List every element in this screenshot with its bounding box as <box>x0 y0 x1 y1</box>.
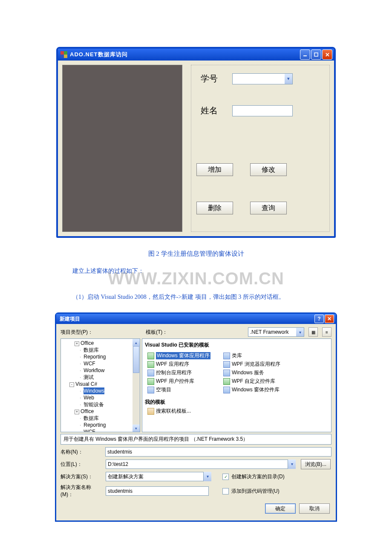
search-online-templates[interactable]: 搜索联机模板... <box>145 408 329 415</box>
template-item[interactable]: Windows 服务 <box>223 369 280 376</box>
delete-button[interactable]: 删除 <box>196 202 233 214</box>
template-description: 用于创建具有 Windows 窗体用户界面的应用程序的项目 （.NET Fram… <box>61 434 331 445</box>
template-item[interactable]: WPF 应用程序 <box>147 361 210 368</box>
maximize-button[interactable] <box>311 49 321 60</box>
modify-button[interactable]: 修改 <box>250 163 287 176</box>
ok-button[interactable]: 确定 <box>265 503 296 514</box>
solution-combo[interactable]: 创建新解决方案 ▾ <box>106 472 211 481</box>
cancel-button[interactable]: 取消 <box>299 503 330 514</box>
solution-name-label: 解决方案名称(M)： <box>61 484 103 498</box>
project-types-label: 项目类型(P)： <box>61 329 141 336</box>
browse-button[interactable]: 浏览(B)... <box>301 459 331 469</box>
student-id-combo[interactable]: ▾ <box>232 73 293 84</box>
form-canvas-panel <box>62 65 182 232</box>
location-field-label: 位置(L)： <box>61 461 103 468</box>
template-item[interactable]: 类库 <box>223 352 280 359</box>
tree-item[interactable]: · Windows <box>62 387 139 394</box>
tree-item[interactable]: · Reporting <box>62 422 139 428</box>
name-field-label: 名称(N)： <box>61 448 103 456</box>
tree-item[interactable]: · 数据库 <box>62 415 139 422</box>
watermark: WWW.ZIXIN.COM.CN <box>0 269 392 288</box>
template-item[interactable]: WPF 浏览器应用程序 <box>223 361 280 368</box>
add-scm-checkbox[interactable] <box>222 488 229 494</box>
form-fields-panel: 学号 ▾ 姓名 增加 修改 删除 <box>191 65 330 232</box>
template-icon <box>223 378 230 385</box>
solution-field-label: 解决方案(S)： <box>61 473 103 480</box>
template-item[interactable]: WPF 自定义控件库 <box>223 378 280 385</box>
chevron-down-icon[interactable]: ▾ <box>203 472 211 481</box>
tree-item[interactable]: +Office <box>62 340 139 347</box>
tree-item[interactable]: · 智能设备 <box>62 401 139 408</box>
svg-rect-1 <box>314 53 318 56</box>
close-button[interactable]: ✕ <box>325 315 334 323</box>
chevron-down-icon[interactable]: ▾ <box>285 74 292 84</box>
tree-item[interactable]: · 数据库 <box>62 347 139 353</box>
scrollbar[interactable]: ▴ ▾ <box>133 339 140 432</box>
help-button[interactable]: ? <box>314 315 324 323</box>
template-icon <box>147 353 154 359</box>
template-icon <box>147 361 154 368</box>
template-icon <box>147 378 154 385</box>
large-icons-button[interactable]: ▦ <box>308 327 318 337</box>
location-combo[interactable]: D:\test12 ▾ <box>106 460 296 469</box>
name-label: 姓名 <box>196 105 222 116</box>
installed-templates-header: Visual Studio 已安装的模板 <box>145 341 329 350</box>
figure-caption: 图 2 学生注册信息管理的窗体设计 <box>0 250 392 258</box>
ado-form-window: ADO.NET数据库访问 ✕ 学号 ▾ <box>56 47 336 238</box>
name-input[interactable]: studentmis <box>105 447 331 457</box>
scroll-down-icon[interactable]: ▾ <box>133 425 140 432</box>
tree-item[interactable]: · WCF <box>62 360 139 367</box>
templates-pane[interactable]: Visual Studio 已安装的模板 Windows 窗体应用程序WPF 应… <box>142 338 331 432</box>
svg-rect-0 <box>303 55 307 56</box>
minimize-button[interactable] <box>300 49 310 60</box>
template-icon <box>223 361 230 368</box>
tree-item[interactable]: · 测试 <box>62 374 139 381</box>
scroll-up-icon[interactable]: ▴ <box>133 339 140 346</box>
paragraph-step1: （1）启动 Visual Studio 2008，然后文件->新建 项目，弹出如… <box>72 294 285 300</box>
tree-item[interactable]: · Reporting <box>62 353 139 360</box>
template-icon <box>223 353 230 359</box>
app-icon <box>61 51 67 58</box>
dialog-title: 新建项目 <box>60 315 314 323</box>
template-item[interactable]: WPF 用户控件库 <box>147 378 210 385</box>
new-project-dialog: 新建项目 ? ✕ 项目类型(P)： 模板(T)： .NET Framework … <box>55 312 337 522</box>
small-icons-button[interactable]: ≡ <box>322 327 331 337</box>
add-scm-label: 添加到源代码管理(U) <box>231 488 280 495</box>
template-item[interactable]: Windows 窗体控件库 <box>223 386 280 393</box>
name-input[interactable] <box>232 105 293 116</box>
tree-item[interactable]: · WCF <box>62 428 139 432</box>
template-icon <box>147 387 154 393</box>
chevron-down-icon[interactable]: ▾ <box>296 328 304 336</box>
template-icon <box>223 387 230 393</box>
titlebar[interactable]: ADO.NET数据库访问 ✕ <box>58 49 334 61</box>
my-templates-header: 我的模板 <box>145 398 329 408</box>
template-item[interactable]: 控制台应用程序 <box>147 369 210 376</box>
tree-item[interactable]: -Visual C# <box>62 381 139 387</box>
tree-item[interactable]: +Office <box>62 408 139 415</box>
create-dir-label: 创建解决方案的目录(D) <box>231 473 285 480</box>
window-title: ADO.NET数据库访问 <box>70 51 300 58</box>
template-icon <box>223 370 230 376</box>
template-icon <box>147 370 154 376</box>
student-id-label: 学号 <box>196 73 222 84</box>
chevron-down-icon[interactable]: ▾ <box>288 460 296 469</box>
solution-name-input[interactable]: studentmis <box>106 486 209 496</box>
add-button[interactable]: 增加 <box>196 163 233 176</box>
search-icon <box>147 408 154 415</box>
template-item[interactable]: 空项目 <box>147 386 210 393</box>
dialog-titlebar[interactable]: 新建项目 ? ✕ <box>56 314 336 324</box>
tree-item[interactable]: · Web <box>62 394 139 401</box>
query-button[interactable]: 查询 <box>250 202 287 214</box>
template-item[interactable]: Windows 窗体应用程序 <box>147 352 210 359</box>
close-button[interactable]: ✕ <box>322 49 332 60</box>
create-dir-checkbox[interactable]: ✓ <box>222 474 229 480</box>
project-types-tree[interactable]: +Office· 数据库· Reporting· WCF· Workflow· … <box>61 338 140 432</box>
tree-item[interactable]: · Workflow <box>62 367 139 374</box>
framework-combo[interactable]: .NET Framework 3.5 ▾ <box>248 327 304 337</box>
templates-label: 模板(T)： <box>146 329 244 336</box>
